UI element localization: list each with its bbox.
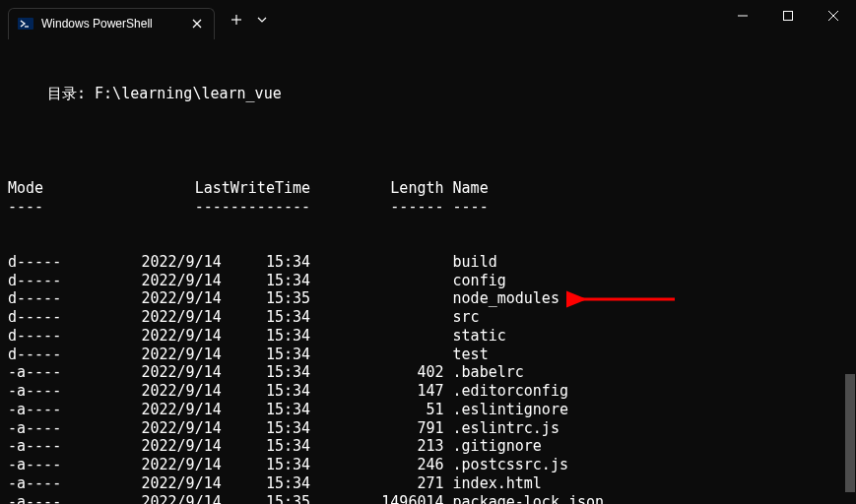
maximize-button[interactable]: [765, 0, 811, 32]
svg-rect-7: [784, 12, 793, 21]
tab-dropdown-button[interactable]: [250, 6, 274, 33]
close-icon: [828, 11, 838, 21]
close-icon: [192, 19, 202, 29]
maximize-icon: [783, 11, 793, 21]
listing-row: d----- 2022/9/14 15:34 config: [8, 272, 848, 290]
minimize-button[interactable]: [720, 0, 765, 32]
listing-row: d----- 2022/9/14 15:34 test: [8, 346, 848, 364]
listing-row: d----- 2022/9/14 15:34 build: [8, 253, 848, 272]
tab-close-button[interactable]: [189, 16, 205, 32]
listing-row: d----- 2022/9/14 15:34 static: [8, 327, 848, 346]
tab-powershell[interactable]: Windows PowerShell: [8, 8, 215, 39]
tab-area: Windows PowerShell: [0, 0, 274, 39]
listing-row: -a---- 2022/9/14 15:34 246 .postcssrc.js: [8, 456, 848, 474]
plus-icon: [230, 14, 242, 26]
scrollbar[interactable]: [844, 39, 856, 504]
listing-body: d----- 2022/9/14 15:34 buildd----- 2022/…: [8, 253, 848, 504]
window-titlebar: Windows PowerShell: [0, 0, 856, 39]
chevron-down-icon: [257, 17, 267, 23]
window-controls: [720, 0, 856, 39]
listing-row: -a---- 2022/9/14 15:35 1496014 package-l…: [8, 493, 848, 505]
directory-line: 目录: F:\learning\learn_vue: [47, 85, 848, 103]
dir-prefix: 目录:: [47, 85, 95, 102]
listing-row: -a---- 2022/9/14 15:34 147 .editorconfig: [8, 382, 848, 401]
listing-row: -a---- 2022/9/14 15:34 271 index.html: [8, 474, 848, 493]
listing-row: d----- 2022/9/14 15:35 node_modules: [8, 289, 848, 308]
listing-row: -a---- 2022/9/14 15:34 51 .eslintignore: [8, 401, 848, 419]
scrollbar-thumb[interactable]: [845, 374, 855, 492]
terminal-output[interactable]: 目录: F:\learning\learn_vue Mode LastWrite…: [0, 39, 856, 504]
listing-row: -a---- 2022/9/14 15:34 213 .gitignore: [8, 437, 848, 456]
minimize-icon: [738, 11, 748, 21]
new-tab-button[interactable]: [223, 6, 250, 33]
listing-row: -a---- 2022/9/14 15:34 402 .babelrc: [8, 363, 848, 382]
window-close-button[interactable]: [811, 0, 856, 32]
listing-row: d----- 2022/9/14 15:34 src: [8, 308, 848, 327]
powershell-icon: [18, 16, 33, 32]
listing-row: -a---- 2022/9/14 15:34 791 .eslintrc.js: [8, 419, 848, 438]
dir-path: F:\learning\learn_vue: [95, 85, 282, 102]
listing-header: Mode LastWriteTime Length Name ---- ----…: [8, 179, 848, 217]
tab-title: Windows PowerShell: [41, 17, 181, 31]
